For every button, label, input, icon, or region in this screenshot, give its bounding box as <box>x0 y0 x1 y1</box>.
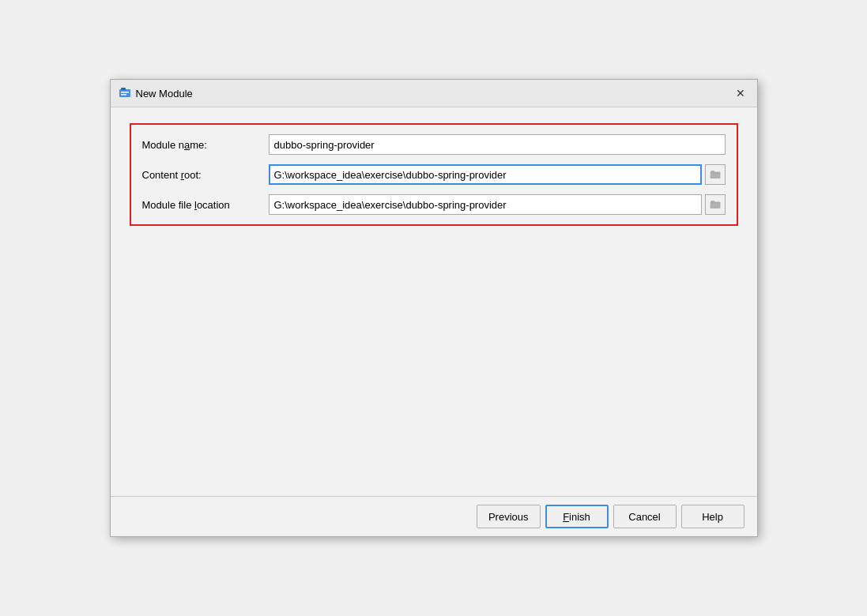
dialog-wrapper: New Module ✕ Module name: <box>0 0 867 616</box>
module-icon <box>119 87 131 100</box>
previous-button[interactable]: Previous <box>477 505 541 528</box>
svg-rect-0 <box>119 89 130 97</box>
module-name-label: Module name: <box>142 139 269 151</box>
cancel-button[interactable]: Cancel <box>613 505 677 528</box>
folder-icon <box>710 170 721 179</box>
dialog-content: Module name: Content root: <box>111 107 757 496</box>
dialog-title: New Module <box>136 88 193 100</box>
module-file-location-input-wrapper <box>269 194 726 215</box>
content-root-input[interactable] <box>269 164 702 185</box>
content-root-row: Content root: <box>142 164 726 185</box>
folder-icon-2 <box>710 200 721 209</box>
module-name-row: Module name: <box>142 134 726 155</box>
dialog: New Module ✕ Module name: <box>110 79 758 537</box>
title-bar: New Module ✕ <box>111 80 757 107</box>
module-file-location-label: Module file location <box>142 199 269 211</box>
close-button[interactable]: ✕ <box>732 85 749 102</box>
content-root-input-wrapper <box>269 164 726 185</box>
svg-rect-1 <box>121 88 126 90</box>
help-button[interactable]: Help <box>681 505 744 528</box>
title-bar-left: New Module <box>119 87 193 100</box>
finish-underline: F <box>563 511 569 523</box>
module-file-location-browse-button[interactable] <box>705 194 726 215</box>
dialog-footer: Previous Finish Cancel Help <box>111 496 757 536</box>
finish-label: Finish <box>563 511 590 523</box>
svg-rect-2 <box>121 92 129 93</box>
content-root-browse-button[interactable] <box>705 164 726 185</box>
module-file-location-input[interactable] <box>269 194 702 215</box>
finish-button[interactable]: Finish <box>545 505 609 528</box>
highlighted-section: Module name: Content root: <box>130 123 738 226</box>
content-root-label: Content root: <box>142 169 269 181</box>
module-file-location-row: Module file location <box>142 194 726 215</box>
module-name-input-wrapper <box>269 134 726 155</box>
module-name-input[interactable] <box>269 134 726 155</box>
svg-rect-3 <box>121 94 126 96</box>
